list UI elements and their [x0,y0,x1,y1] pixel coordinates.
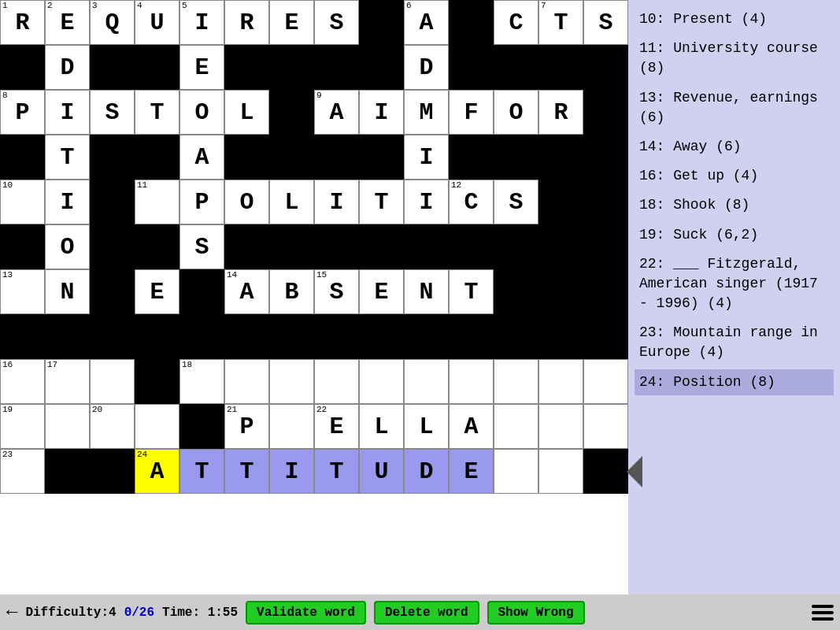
cell-2-2[interactable]: S [90,90,135,135]
cell-4-1[interactable]: I [45,180,90,224]
cell-6-4[interactable] [179,269,224,314]
cell-2-6[interactable] [269,90,314,135]
cell-0-12[interactable]: 7T [538,0,583,45]
cell-4-3[interactable]: 11 [135,180,179,224]
cell-3-9[interactable]: I [404,135,449,180]
cell-8-1[interactable]: 17 [45,359,90,404]
cell-4-10[interactable]: 12C [449,180,494,224]
cell-5-0[interactable] [0,224,45,269]
cell-8-9[interactable] [404,359,449,404]
cell-1-5[interactable] [224,45,269,90]
cell-6-1[interactable]: N [45,269,90,314]
cell-5-12[interactable] [538,224,583,269]
cell-4-4[interactable]: P [179,180,224,224]
cell-3-6[interactable] [269,135,314,180]
cell-10-12[interactable] [538,449,583,494]
cell-8-8[interactable] [359,359,404,404]
cell-5-6[interactable] [269,224,314,269]
validate-word-button[interactable]: Validate word [246,601,366,624]
cell-9-11[interactable] [494,404,538,449]
cell-0-11[interactable]: C [494,0,538,45]
cell-2-5[interactable]: L [224,90,269,135]
cell-6-3[interactable]: E [135,269,179,314]
cell-2-0[interactable]: 8P [0,90,45,135]
cell-0-10[interactable] [449,0,494,45]
cell-3-0[interactable] [0,135,45,180]
cell-7-6[interactable] [269,314,314,359]
cell-10-6[interactable]: I [269,449,314,494]
cell-4-7[interactable]: I [314,180,359,224]
cell-9-4[interactable] [179,404,224,449]
cell-0-1[interactable]: 2E [45,0,90,45]
cell-7-12[interactable] [538,314,583,359]
cell-10-9[interactable]: D [404,449,449,494]
cell-6-7[interactable]: 15S [314,269,359,314]
delete-word-button[interactable]: Delete word [374,601,479,624]
cell-5-2[interactable] [90,224,135,269]
cell-3-12[interactable] [538,135,583,180]
cell-5-8[interactable] [359,224,404,269]
cell-5-10[interactable] [449,224,494,269]
cell-4-9[interactable]: I [404,180,449,224]
cell-6-0[interactable]: 13 [0,269,45,314]
cell-9-5[interactable]: 21P [224,404,269,449]
menu-button[interactable] [812,605,834,621]
cell-0-6[interactable]: E [269,0,314,45]
cell-9-3[interactable] [135,404,179,449]
cell-7-0[interactable] [0,314,45,359]
cell-10-3[interactable]: 24A [135,449,179,494]
cell-8-7[interactable] [314,359,359,404]
cell-2-1[interactable]: I [45,90,90,135]
cell-2-9[interactable]: M [404,90,449,135]
cell-3-5[interactable] [224,135,269,180]
cell-3-7[interactable] [314,135,359,180]
cell-6-5[interactable]: 14A [224,269,269,314]
cell-6-8[interactable]: E [359,269,404,314]
cell-7-3[interactable] [135,314,179,359]
cell-8-10[interactable] [449,359,494,404]
cell-2-4[interactable]: O [179,90,224,135]
clue-item-16[interactable]: 16: Get up (4) [635,163,834,189]
cell-10-11[interactable] [494,449,538,494]
cell-8-12[interactable] [538,359,583,404]
cell-3-8[interactable] [359,135,404,180]
cell-1-2[interactable] [90,45,135,90]
cell-8-6[interactable] [269,359,314,404]
clue-item-18[interactable]: 18: Shook (8) [635,192,834,218]
cell-6-10[interactable]: T [449,269,494,314]
cell-4-2[interactable] [90,180,135,224]
cell-6-9[interactable]: N [404,269,449,314]
cell-2-11[interactable]: O [494,90,538,135]
cell-7-1[interactable] [45,314,90,359]
cell-10-8[interactable]: U [359,449,404,494]
cell-4-12[interactable] [538,180,583,224]
clue-item-22[interactable]: 22: ___ Fitzgerald, American singer (191… [635,251,834,317]
cell-4-13[interactable] [583,180,628,224]
cell-5-9[interactable] [404,224,449,269]
cell-10-2[interactable] [90,449,135,494]
cell-2-8[interactable]: I [359,90,404,135]
cell-7-4[interactable] [179,314,224,359]
clue-item-19[interactable]: 19: Suck (6,2) [635,222,834,248]
cell-10-1[interactable] [45,449,90,494]
cell-8-5[interactable] [224,359,269,404]
clue-item-24[interactable]: 24: Position (8) [635,369,834,395]
cell-10-4[interactable]: T [179,449,224,494]
cell-3-4[interactable]: A [179,135,224,180]
cell-2-10[interactable]: F [449,90,494,135]
clue-item-13[interactable]: 13: Revenue, earnings (6) [635,85,834,131]
cell-2-13[interactable] [583,90,628,135]
cell-8-13[interactable] [583,359,628,404]
cell-7-2[interactable] [90,314,135,359]
cell-7-5[interactable] [224,314,269,359]
cell-5-13[interactable] [583,224,628,269]
cell-3-11[interactable] [494,135,538,180]
cell-1-4[interactable]: E [179,45,224,90]
cell-1-9[interactable]: D [404,45,449,90]
cell-1-10[interactable] [449,45,494,90]
clue-item-10[interactable]: 10: Present (4) [635,6,834,32]
cell-1-0[interactable] [0,45,45,90]
cell-10-13[interactable] [583,449,628,494]
cell-5-7[interactable] [314,224,359,269]
clue-item-11[interactable]: 11: University course (8) [635,35,834,81]
